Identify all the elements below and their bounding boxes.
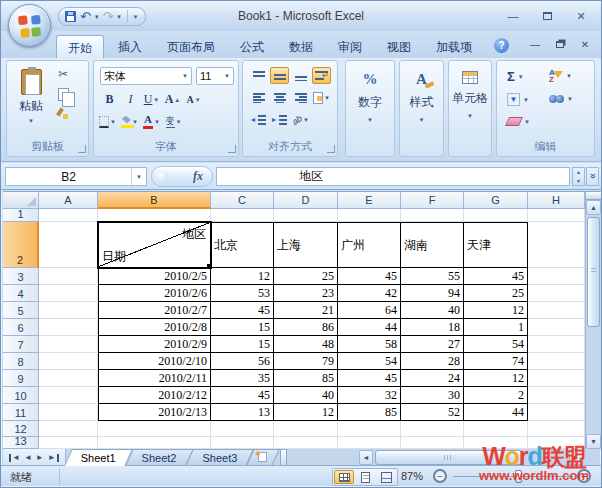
cell-D1[interactable] [274,209,338,222]
column-header-D[interactable]: D [274,192,338,209]
ribbon-tab-审阅[interactable]: 审阅 [327,35,373,58]
cell-D11[interactable]: 12 [274,404,338,421]
cell-A2[interactable] [39,222,98,268]
cell-H5[interactable] [528,302,585,319]
font-dialog-launcher-icon[interactable] [228,145,236,153]
paste-dropdown-icon[interactable]: ▼ [28,118,34,124]
row-header-6[interactable]: 6 [3,319,39,336]
cell-E7[interactable]: 58 [338,336,401,353]
cell-E9[interactable]: 45 [338,370,401,387]
cell-F5[interactable]: 40 [401,302,464,319]
expand-formula-bar-button[interactable]: « [586,167,599,186]
cell-H3[interactable] [528,268,585,285]
scroll-right-button[interactable]: ► [569,450,583,465]
cell-F9[interactable]: 24 [401,370,464,387]
maximize-button[interactable] [535,9,559,23]
cell-G4[interactable]: 25 [464,285,528,302]
workbook-restore-button[interactable] [552,41,568,48]
styles-group-button[interactable]: A 样式 ▼ [402,65,441,152]
cell-G6[interactable]: 1 [464,319,528,336]
ribbon-tab-数据[interactable]: 数据 [278,35,324,58]
page-layout-view-button[interactable] [355,470,375,484]
row-header-4[interactable]: 4 [3,285,39,302]
office-button[interactable] [8,4,51,47]
cell-E11[interactable]: 85 [338,404,401,421]
cell-C3[interactable]: 12 [211,268,274,285]
cell-F12[interactable] [401,421,464,437]
cell-G13[interactable] [464,437,528,449]
cell-F1[interactable] [401,209,464,222]
cell-C1[interactable] [211,209,274,222]
cell-B8[interactable]: 2010/2/10 [98,353,211,370]
cell-F13[interactable] [401,437,464,449]
column-header-H[interactable]: H [528,192,585,209]
row-header-7[interactable]: 7 [3,336,39,353]
cell-B2[interactable]: 地区日期 [98,222,211,268]
cell-F11[interactable]: 52 [401,404,464,421]
vertical-scrollbar[interactable]: ▲ ▼ [585,192,601,450]
italic-button[interactable]: I [121,91,140,108]
cell-F4[interactable]: 94 [401,285,464,302]
cut-icon[interactable]: ✂ [58,67,68,81]
vertical-split-handle[interactable] [586,192,601,200]
redo-button[interactable]: ↷ [102,10,113,23]
vertical-scroll-thumb[interactable] [587,217,600,327]
column-header-C[interactable]: C [211,192,274,209]
cell-B5[interactable]: 2010/2/7 [98,302,211,319]
insert-function-button[interactable]: fx [151,166,213,187]
align-right-button[interactable] [291,89,310,106]
grow-font-button[interactable]: A▲ [163,91,182,108]
zoom-slider-thumb[interactable] [515,470,522,483]
top-align-button[interactable] [249,67,268,84]
underline-button[interactable]: U▼ [142,91,161,108]
cell-D3[interactable]: 25 [274,268,338,285]
cell-A6[interactable] [39,319,98,336]
cell-D8[interactable]: 79 [274,353,338,370]
cells-group-button[interactable]: 单元格 ▼ [451,65,489,152]
row-header-10[interactable]: 10 [3,387,39,404]
autosum-button[interactable]: Σ▼ [507,69,524,84]
cell-B1[interactable] [98,209,211,222]
scroll-left-button[interactable]: ◄ [359,450,373,465]
cell-G10[interactable]: 2 [464,387,528,404]
zoom-in-button[interactable]: + [577,469,591,483]
next-sheet-button[interactable]: ► [36,454,44,462]
sort-filter-button[interactable]: A Z ▼ [549,69,572,83]
row-header-13[interactable]: 13 [3,437,39,449]
cell-G3[interactable]: 45 [464,268,528,285]
cell-E3[interactable]: 45 [338,268,401,285]
cell-C10[interactable]: 45 [211,387,274,404]
cell-C9[interactable]: 35 [211,370,274,387]
cell-H9[interactable] [528,370,585,387]
row-header-5[interactable]: 5 [3,302,39,319]
cell-D5[interactable]: 21 [274,302,338,319]
cell-A7[interactable] [39,336,98,353]
cell-G9[interactable]: 12 [464,370,528,387]
cell-C5[interactable]: 45 [211,302,274,319]
merge-center-button[interactable]: ▼ [312,89,331,106]
close-button[interactable]: ✕ [569,9,593,23]
cell-A5[interactable] [39,302,98,319]
normal-view-button[interactable] [334,470,354,484]
ribbon-tab-开始[interactable]: 开始 [56,35,104,58]
workbook-close-button[interactable]: ✕ [577,39,593,50]
copy-icon[interactable] [58,88,69,101]
cell-C12[interactable] [211,421,274,437]
cell-B9[interactable]: 2010/2/11 [98,370,211,387]
cell-E6[interactable]: 44 [338,319,401,336]
clipboard-dialog-launcher-icon[interactable] [78,145,86,153]
page-break-view-button[interactable] [376,470,396,484]
font-size-combo[interactable]: 11 ▼ [196,67,234,85]
cell-D4[interactable]: 23 [274,285,338,302]
ribbon-tab-加载项[interactable]: 加载项 [425,35,483,58]
cell-A3[interactable] [39,268,98,285]
name-box[interactable]: B2 ▼ [5,167,147,186]
cell-A9[interactable] [39,370,98,387]
cell-F2[interactable]: 湖南 [401,222,464,268]
zoom-slider-track[interactable] [453,476,573,477]
shrink-font-button[interactable]: A▼ [184,91,203,108]
column-header-G[interactable]: G [464,192,528,209]
middle-align-button[interactable] [270,67,289,84]
cell-H4[interactable] [528,285,585,302]
cell-G5[interactable]: 12 [464,302,528,319]
